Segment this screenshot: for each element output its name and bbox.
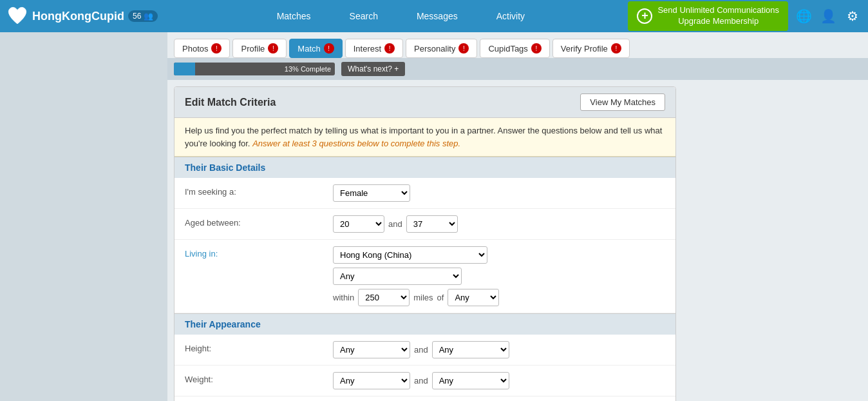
- weight-min-select[interactable]: Any: [333, 372, 410, 389]
- height-row: Height: Any and Any: [175, 335, 675, 366]
- basic-details-section: Their Basic Details: [175, 157, 675, 178]
- tab-verify[interactable]: Verify Profile !: [552, 39, 630, 58]
- form-panel: Edit Match Criteria View My Matches Help…: [174, 86, 676, 401]
- tab-photos-badge: !: [211, 43, 222, 54]
- header-right: + Send Unlimited Communications Upgrade …: [628, 1, 862, 31]
- location-controls: Hong Kong (China) Any Any within 2505010…: [333, 246, 499, 306]
- weight-and-text: and: [414, 376, 428, 386]
- aged-row: Aged between: 2021222530 and 3738404550: [175, 209, 675, 240]
- weight-max-select[interactable]: Any: [432, 372, 509, 389]
- header: HongKongCupid 56 👥 Matches Search Messag…: [0, 0, 868, 32]
- weight-controls: Any and Any: [333, 372, 509, 389]
- upgrade-button[interactable]: + Send Unlimited Communications Upgrade …: [628, 1, 788, 31]
- tab-profile-badge: !: [268, 43, 278, 54]
- plus-circle-icon: +: [637, 8, 652, 24]
- height-label: Height:: [185, 341, 326, 353]
- weight-label: Weight:: [185, 372, 326, 384]
- tab-profile[interactable]: Profile !: [232, 39, 287, 58]
- living-country-select[interactable]: Hong Kong (China) Any: [333, 246, 487, 264]
- aged-and-text: and: [388, 219, 402, 229]
- tab-cupidtags-badge: !: [531, 43, 542, 54]
- aged-min-select[interactable]: 2021222530: [333, 215, 384, 233]
- tab-cupidtags[interactable]: CupidTags !: [480, 39, 549, 58]
- tab-verify-badge: !: [611, 43, 621, 54]
- of-text: of: [437, 293, 444, 302]
- globe-icon[interactable]: 🌐: [795, 7, 813, 25]
- miles-select[interactable]: 25050100500: [358, 289, 410, 306]
- avatar-icon[interactable]: 👤: [819, 7, 837, 25]
- seeking-select[interactable]: Female Male Either: [333, 184, 410, 202]
- tab-match-badge: !: [324, 43, 334, 54]
- living-region-select[interactable]: Any: [333, 268, 462, 285]
- nav-matches[interactable]: Matches: [277, 11, 311, 21]
- tab-interest[interactable]: Interest !: [345, 39, 403, 58]
- tab-match[interactable]: Match !: [289, 39, 342, 58]
- tab-photos[interactable]: Photos !: [174, 39, 230, 58]
- sidebar: [0, 32, 167, 401]
- aged-max-select[interactable]: 3738404550: [406, 215, 458, 233]
- view-matches-button[interactable]: View My Matches: [580, 93, 665, 111]
- miles-text: miles: [413, 293, 433, 302]
- living-row: Living in: Hong Kong (China) Any Any wit…: [175, 240, 675, 313]
- of-select[interactable]: Any: [448, 289, 499, 306]
- aged-controls: 2021222530 and 3738404550: [333, 215, 458, 233]
- form-header: Edit Match Criteria View My Matches: [175, 87, 675, 118]
- aged-label: Aged between:: [185, 215, 326, 228]
- nav-activity[interactable]: Activity: [496, 11, 525, 21]
- nav-links: Matches Search Messages Activity: [173, 11, 628, 21]
- seeking-controls: Female Male Either: [333, 184, 410, 202]
- logo-icon: [6, 5, 28, 27]
- gear-icon[interactable]: ⚙: [844, 7, 862, 25]
- within-text: within: [333, 293, 354, 302]
- progress-text: 13% Complete: [285, 65, 331, 73]
- living-label: Living in:: [185, 246, 326, 259]
- height-controls: Any and Any: [333, 341, 509, 358]
- tab-personality-badge: !: [458, 43, 469, 54]
- tab-personality[interactable]: Personality !: [406, 39, 477, 58]
- logo-text: HongKongCupid: [32, 10, 124, 23]
- notification-badge[interactable]: 56 👥: [128, 10, 158, 22]
- tab-interest-badge: !: [384, 43, 395, 54]
- height-max-select[interactable]: Any: [432, 341, 509, 358]
- body-type-row: Body type: Any Slim Average: [175, 396, 675, 401]
- logo-area[interactable]: HongKongCupid 56 👥: [6, 5, 160, 27]
- weight-row: Weight: Any and Any: [175, 366, 675, 396]
- progress-fill: [174, 63, 195, 75]
- height-min-select[interactable]: Any: [333, 341, 410, 358]
- seeking-label: I'm seeking a:: [185, 184, 326, 197]
- form-title: Edit Match Criteria: [185, 97, 276, 108]
- nav-messages[interactable]: Messages: [417, 11, 458, 21]
- height-and-text: and: [414, 345, 428, 355]
- nav-search[interactable]: Search: [350, 11, 378, 21]
- info-box: Help us find you the perfect match by te…: [175, 118, 675, 157]
- whats-next-button[interactable]: What's next? +: [341, 62, 405, 76]
- seeking-row: I'm seeking a: Female Male Either: [175, 178, 675, 209]
- appearance-section: Their Appearance: [175, 313, 675, 335]
- progress-bar: 13% Complete: [174, 63, 335, 75]
